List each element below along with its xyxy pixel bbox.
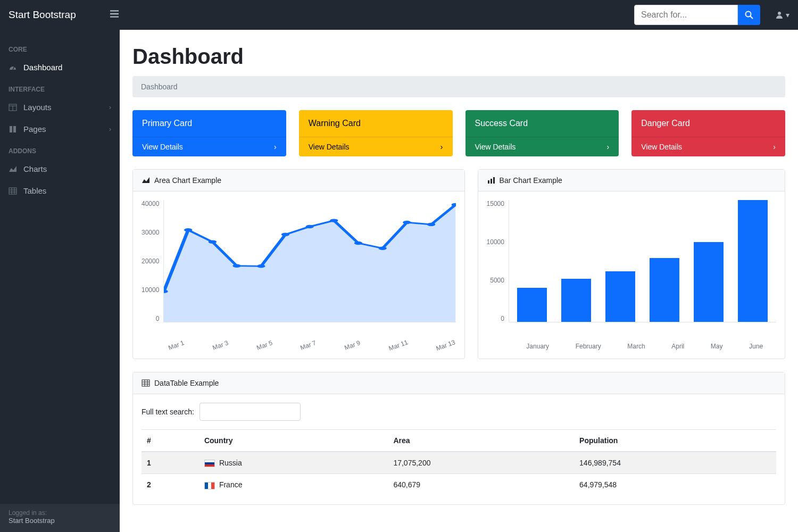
datatable-card: DataTable Example Full text search: # Co… [132,372,785,505]
svg-rect-20 [142,380,149,386]
cell-country: France [199,474,388,496]
stat-card-warning: Warning Card View Details › [299,110,453,156]
svg-point-1 [778,12,781,15]
bar [694,242,724,322]
logged-in-user: Start Bootstrap [9,517,111,525]
svg-point-14 [403,221,411,224]
sidenav-item-label: Tables [23,186,46,195]
svg-point-13 [379,246,387,250]
page-title: Dashboard [132,45,785,69]
chart-area-icon [142,176,150,185]
sidenav-item-label: Dashboard [23,63,62,72]
area-chart [163,200,455,322]
cell-num: 2 [142,474,199,496]
search-group [634,5,760,25]
chevron-right-icon: › [773,143,776,151]
bar-y-ticks: 150001000050000 [487,200,509,322]
bar [605,271,635,322]
table-search-label: Full text search: [142,408,194,416]
sidenav-heading-interface: INTERFACE [0,78,120,96]
bar [561,279,591,322]
area-x-ticks: Mar 1Mar 3Mar 5Mar 7Mar 9Mar 11Mar 13 [142,338,456,349]
svg-rect-18 [491,179,492,184]
sidenav-item-charts[interactable]: Charts [0,158,120,180]
sidenav-item-tables[interactable]: Tables [0,180,120,202]
search-icon [745,11,753,19]
bar-chart [509,200,776,322]
sidenav: CORE Dashboard INTERFACE Layouts › Pages… [0,30,120,532]
sidenav-footer: Logged in as: Start Bootstrap [0,504,120,532]
stat-card-link-danger[interactable]: View Details › [631,137,785,156]
svg-point-15 [427,223,435,226]
svg-rect-3 [9,188,16,194]
sidenav-item-pages[interactable]: Pages › [0,118,120,140]
area-y-ticks: 400003000020000100000 [142,200,163,322]
brand[interactable]: Start Bootstrap [9,9,102,21]
chevron-right-icon: › [109,126,111,133]
table-icon [9,187,18,195]
card-header-label: Area Chart Example [154,176,221,185]
sidenav-item-label: Pages [23,124,46,134]
cell-population: 64,979,548 [574,474,776,496]
chevron-right-icon: › [109,104,111,111]
table-icon [142,379,150,387]
user-menu[interactable]: ▾ [775,11,789,19]
stat-card-link-success[interactable]: View Details › [466,137,619,156]
stat-card-success: Success Card View Details › [466,110,619,156]
bar [650,258,679,322]
cell-num: 1 [142,452,199,474]
stat-card-danger: Danger Card View Details › [631,110,785,156]
th-area[interactable]: Area [388,430,574,452]
search-input[interactable] [634,5,738,25]
cell-area: 640,679 [388,474,574,496]
sidenav-item-label: Charts [23,164,47,173]
flag-icon [204,482,215,489]
stat-card-primary: Primary Card View Details › [132,110,286,156]
columns-icon [9,103,18,112]
svg-point-9 [281,233,289,236]
view-details-label: View Details [309,143,350,151]
cell-population: 146,989,754 [574,452,776,474]
table-search-input[interactable] [200,403,301,421]
svg-point-7 [233,264,241,267]
chart-bar-icon [487,176,495,185]
svg-rect-19 [493,177,495,184]
sidenav-heading-addons: ADDONS [0,140,120,158]
svg-point-8 [257,264,265,268]
cell-country: Russia [199,452,388,474]
caret-down-icon: ▾ [786,11,789,19]
chevron-right-icon: › [274,143,277,151]
svg-point-11 [330,219,338,222]
view-details-label: View Details [475,143,516,151]
sidebar-toggle-icon[interactable] [110,10,119,21]
th-num[interactable]: # [142,430,199,452]
chevron-right-icon: › [440,143,443,151]
table-row: 1Russia17,075,200146,989,754 [142,452,776,474]
svg-point-12 [354,242,362,245]
user-icon [775,11,784,19]
svg-point-5 [184,228,192,231]
stat-card-title: Danger Card [631,110,785,137]
search-button[interactable] [738,5,760,25]
flag-icon [204,460,215,467]
stat-card-title: Primary Card [132,110,286,137]
bar [517,288,547,322]
area-chart-card: Area Chart Example 400003000020000100000… [132,169,465,359]
view-details-label: View Details [641,143,682,151]
stat-card-title: Warning Card [299,110,453,137]
svg-point-10 [306,225,314,228]
th-population[interactable]: Population [574,430,776,452]
stat-card-link-warning[interactable]: View Details › [299,137,453,156]
chart-area-icon [9,165,18,173]
stat-card-title: Success Card [466,110,619,137]
card-header-label: Bar Chart Example [500,176,562,185]
stat-card-link-primary[interactable]: View Details › [132,137,286,156]
book-icon [9,125,18,134]
sidenav-item-layouts[interactable]: Layouts › [0,96,120,118]
cell-area: 17,075,200 [388,452,574,474]
sidenav-item-dashboard[interactable]: Dashboard [0,56,120,78]
bar-x-ticks: JanuaryFebruaryMarchAprilMayJune [487,338,776,350]
svg-point-16 [452,203,456,206]
th-country[interactable]: Country [199,430,388,452]
main-content: Dashboard Dashboard Primary Card View De… [120,30,798,532]
